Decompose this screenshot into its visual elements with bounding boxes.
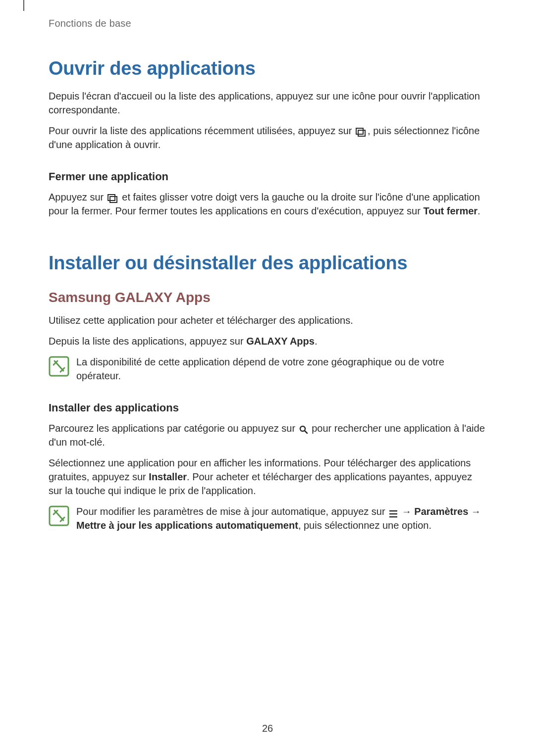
heading-close-app: Fermer une application	[49, 170, 486, 183]
note-icon	[49, 356, 69, 379]
paragraph: Pour ouvrir la liste des applications ré…	[49, 124, 486, 151]
text-bold: Installer	[149, 471, 187, 482]
text-fragment: .	[478, 205, 481, 216]
heading-open-apps: Ouvrir des applications	[49, 58, 486, 79]
search-icon	[299, 424, 308, 433]
note-text: Pour modifier les paramètres de mise à j…	[76, 504, 486, 532]
heading-install-uninstall: Installer ou désinstaller des applicatio…	[49, 252, 486, 274]
svg-rect-1	[358, 130, 365, 136]
paragraph: Sélectionnez une application pour en aff…	[49, 456, 486, 498]
paragraph: Utilisez cette application pour acheter …	[49, 313, 486, 327]
paragraph: Parcourez les applications par catégorie…	[49, 421, 486, 449]
note-icon	[49, 505, 69, 528]
text-fragment: →	[399, 506, 414, 517]
text-fragment: Depuis la liste des applications, appuye…	[49, 336, 246, 347]
recent-apps-icon	[107, 193, 118, 202]
text-fragment: .	[315, 336, 318, 347]
note-text: La disponibilité de cette application dé…	[76, 355, 486, 383]
heading-galaxy-apps: Samsung GALAXY Apps	[49, 290, 486, 305]
menu-icon	[389, 507, 398, 515]
svg-line-6	[305, 431, 307, 433]
recent-apps-icon	[356, 126, 367, 135]
note-block: Pour modifier les paramètres de mise à j…	[49, 504, 486, 532]
note-block: La disponibilité de cette application dé…	[49, 355, 486, 383]
paragraph: Depuis l'écran d'accueil ou la liste des…	[49, 89, 486, 117]
heading-install-apps: Installer des applications	[49, 402, 486, 414]
text-fragment: Pour ouvrir la liste des applications ré…	[49, 125, 355, 136]
svg-rect-3	[110, 197, 117, 202]
svg-rect-0	[356, 128, 363, 134]
text-bold: Mettre à jour les applications automatiq…	[76, 520, 298, 531]
text-fragment: Parcourez les applications par catégorie…	[49, 423, 298, 434]
text-fragment: Pour modifier les paramètres de mise à j…	[76, 506, 388, 517]
text-bold: GALAXY Apps	[246, 336, 315, 347]
text-fragment: Appuyez sur	[49, 192, 107, 202]
document-page: Fonctions de base Ouvrir des application…	[0, 0, 535, 532]
text-fragment: →	[468, 506, 481, 517]
text-fragment: , puis sélectionnez une option.	[298, 520, 431, 531]
page-tab-marker	[23, 0, 24, 11]
section-header: Fonctions de base	[49, 18, 486, 29]
paragraph: Depuis la liste des applications, appuye…	[49, 334, 486, 348]
text-bold: Tout fermer	[423, 205, 478, 216]
text-bold: Paramètres	[414, 506, 468, 517]
svg-rect-2	[108, 195, 115, 201]
page-number: 26	[0, 723, 535, 734]
paragraph: Appuyez sur et faites glisser votre doig…	[49, 190, 486, 218]
